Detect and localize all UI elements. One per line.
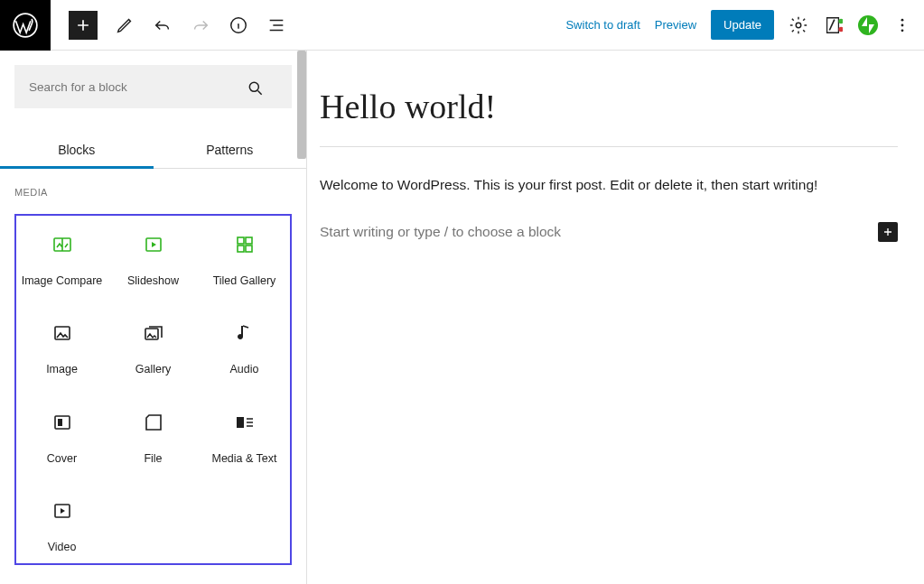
image-compare-icon [51, 230, 73, 259]
update-button[interactable]: Update [711, 10, 774, 40]
block-label: Cover [47, 451, 77, 466]
block-item-video[interactable]: Video [16, 496, 107, 554]
block-label: Tiled Gallery [213, 273, 276, 288]
new-block-placeholder[interactable]: Start writing or type / to choose a bloc… [320, 222, 898, 242]
jetpack-icon[interactable] [857, 14, 879, 36]
placeholder-text: Start writing or type / to choose a bloc… [320, 224, 561, 240]
toolbar-left [0, 0, 287, 50]
gallery-icon [143, 319, 164, 348]
toolbar-right: Switch to draft Preview Update [565, 10, 924, 40]
block-item-media-text[interactable]: Media & Text [199, 408, 290, 466]
svg-rect-17 [145, 329, 158, 339]
search-wrapper [0, 51, 306, 123]
preview-link[interactable]: Preview [655, 18, 696, 32]
top-toolbar: Switch to draft Preview Update [0, 0, 924, 51]
block-inserter-panel: Blocks Patterns Media Image Compare Slid… [0, 51, 307, 584]
file-icon [143, 408, 164, 437]
media-blocks-grid: Image Compare Slideshow Tiled Gallery [14, 214, 292, 565]
block-label: Image Compare [22, 273, 103, 288]
svg-rect-13 [246, 237, 252, 244]
inline-add-block-button[interactable] [878, 222, 898, 242]
block-item-gallery[interactable]: Gallery [107, 319, 199, 376]
media-blocks-section: Media Image Compare Slideshow [0, 169, 306, 565]
block-label: Audio [230, 362, 259, 376]
block-label: Media & Text [211, 451, 276, 466]
outline-icon[interactable] [266, 14, 287, 36]
block-item-tiled-gallery[interactable]: Tiled Gallery [199, 230, 290, 288]
block-label: File [144, 451, 162, 466]
tiled-gallery-icon [234, 230, 256, 259]
svg-point-7 [901, 23, 904, 26]
block-item-image-compare[interactable]: Image Compare [16, 230, 107, 288]
undo-icon[interactable] [152, 14, 173, 36]
block-item-image[interactable]: Image [16, 319, 107, 376]
inserter-tabs: Blocks Patterns [0, 123, 306, 169]
svg-point-9 [249, 82, 258, 91]
audio-icon [234, 319, 256, 348]
post-body-paragraph[interactable]: Welcome to WordPress. This is your first… [320, 174, 898, 197]
post-title[interactable]: Hello world! [320, 87, 898, 147]
block-item-slideshow[interactable]: Slideshow [107, 230, 199, 288]
wordpress-logo[interactable] [0, 0, 51, 51]
editor-main: Blocks Patterns Media Image Compare Slid… [0, 51, 924, 584]
settings-gear-icon[interactable] [789, 15, 808, 35]
cover-icon [51, 408, 73, 437]
block-label: Video [48, 540, 77, 554]
post-content: Hello world! Welcome to WordPress. This … [320, 87, 898, 242]
section-heading: Media [14, 187, 292, 198]
block-label: Slideshow [127, 273, 179, 288]
svg-rect-20 [237, 417, 244, 428]
editor-canvas[interactable]: Hello world! Welcome to WordPress. This … [307, 51, 924, 584]
toolbar-icons [114, 14, 287, 36]
switch-to-draft-link[interactable]: Switch to draft [565, 18, 639, 32]
image-icon [51, 319, 73, 348]
info-icon[interactable] [228, 14, 249, 36]
svg-point-3 [838, 18, 843, 23]
svg-point-4 [838, 26, 843, 32]
svg-rect-12 [238, 237, 244, 244]
block-label: Image [46, 362, 78, 376]
search-icon [247, 79, 265, 100]
tab-patterns[interactable]: Patterns [154, 132, 307, 168]
svg-point-8 [901, 29, 904, 32]
tab-blocks[interactable]: Blocks [0, 132, 154, 168]
block-label: Gallery [135, 362, 172, 376]
edit-pencil-icon[interactable] [114, 14, 135, 36]
add-block-button[interactable] [69, 11, 98, 40]
yoast-indicator-icon[interactable] [823, 15, 843, 35]
svg-point-6 [901, 18, 904, 21]
media-text-icon [234, 408, 256, 437]
svg-rect-15 [246, 246, 252, 252]
svg-point-2 [796, 23, 801, 28]
svg-rect-19 [58, 419, 62, 426]
block-item-cover[interactable]: Cover [16, 408, 107, 466]
more-options-icon[interactable] [893, 16, 911, 34]
svg-rect-14 [238, 246, 244, 252]
block-item-audio[interactable]: Audio [199, 319, 290, 376]
svg-point-5 [858, 15, 878, 35]
redo-icon [190, 14, 211, 36]
slideshow-icon [143, 230, 164, 259]
video-icon [51, 496, 73, 525]
block-item-file[interactable]: File [107, 408, 199, 466]
